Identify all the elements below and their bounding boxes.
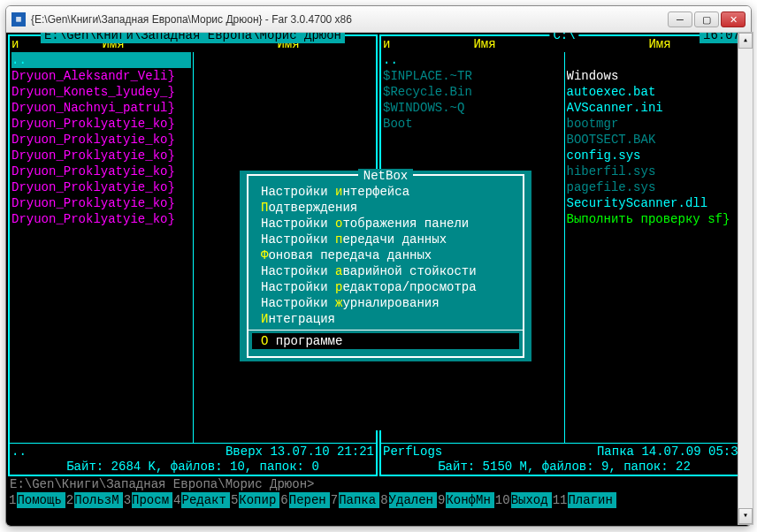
keybar-label: Редакт [181,492,229,508]
console-area: E:\Gen\Книги\Западная Европа\Морис Дрюон… [6,33,751,526]
keybar-label: Просм [132,492,172,508]
menu-item-about[interactable]: О программе [252,333,519,349]
file-row[interactable]: bootmgr [567,116,746,132]
keybar-num: 6 [279,492,288,508]
left-status: .. Вверх 13.07.10 21:21 [10,443,376,459]
file-row[interactable]: config.sys [567,148,746,163]
file-row[interactable] [383,132,562,148]
keybar-num: 3 [123,492,132,508]
col-header-name: Имя [397,36,572,51]
file-row[interactable]: Dryuon_Nachnyi_patrul} [11,100,191,116]
menu-item[interactable]: Настройки редактора/просмотра [249,279,523,295]
status-left: PerfLogs [383,444,442,459]
keybar-num: 10 [494,492,511,508]
file-row[interactable]: $WINDOWS.~Q [383,100,562,116]
file-column[interactable]: Windowsautoexec.batAVScanner.inibootmgrB… [564,52,748,443]
keybar-num: 1 [8,492,17,508]
keybar-item[interactable]: 1Помощь [8,492,65,508]
keybar[interactable]: 1Помощь2ПользМ3Просм 4Редакт5Копир 6Пере… [8,492,749,508]
window-buttons: ─ ▢ ✕ [668,11,746,27]
file-row[interactable]: $Recycle.Bin [383,84,562,100]
file-row[interactable]: Dryuon_Konets_lyudey_} [11,84,191,100]
menu-item[interactable]: Интеграция [249,311,523,327]
file-row[interactable]: BOOTSECT.BAK [567,132,746,148]
keybar-item[interactable]: 8Удален [379,492,437,508]
scrollbar[interactable]: ▴ ▾ [738,32,753,525]
file-row[interactable]: Dryuon_Proklyatyie_ko} [11,211,191,227]
file-row[interactable]: autoexec.bat [567,84,746,100]
file-row[interactable]: SecurityScanner.dll [567,195,746,211]
keybar-label: Плагин [568,492,616,508]
file-row[interactable]: pagefile.sys [567,179,746,195]
file-column[interactable]: ..Dryuon_Aleksandr_Veli}Dryuon_Konets_ly… [10,52,193,443]
status-right: Папка 14.07.09 05:37 [597,444,746,459]
left-footer: Байт: 2684 K, файлов: 10, папок: 0 [10,459,376,475]
menu-item[interactable]: Подтверждения [249,200,523,216]
app-icon: ▦ [11,12,26,27]
keybar-item[interactable]: 7Папка [330,492,379,508]
minimize-button[interactable]: ─ [668,11,692,27]
command-line[interactable]: E:\Gen\Книги\Западная Европа\Морис Дрюон… [8,476,749,492]
keybar-label: КонфМн [446,492,493,508]
titlebar[interactable]: ▦ {E:\Gen\Книги\Западная Европа\Морис Др… [6,6,751,33]
keybar-num: 5 [230,492,239,508]
window-title: {E:\Gen\Книги\Западная Европа\Морис Дрюо… [31,13,668,26]
file-row[interactable] [383,148,562,163]
maximize-button[interactable]: ▢ [694,11,719,27]
keybar-item[interactable]: 3Просм [123,492,172,508]
file-row[interactable]: Dryuon_Proklyatyie_ko} [11,163,191,179]
close-button[interactable]: ✕ [721,11,746,27]
file-row[interactable] [567,52,746,68]
keybar-label: Копир [239,492,279,508]
file-row[interactable]: .. [11,52,191,68]
col-header-n: и [381,36,397,51]
keybar-num: 11 [552,492,569,508]
file-row[interactable]: Dryuon_Proklyatyie_ko} [11,116,191,132]
file-row[interactable]: Windows [567,68,746,84]
scroll-up-button[interactable]: ▴ [738,33,753,49]
keybar-label: Помощь [17,492,65,508]
right-footer: Байт: 5150 M, файлов: 9, папок: 22 [381,459,747,475]
right-panel-path[interactable]: C:\ [549,33,578,43]
file-row[interactable]: Boot [383,116,562,132]
menu-item[interactable]: Настройки отображения панели [249,216,523,232]
file-row[interactable]: Dryuon_Proklyatyie_ko} [11,148,191,163]
keybar-label: Удален [389,492,437,508]
scroll-down-button[interactable]: ▾ [738,508,753,524]
file-row[interactable]: Выполнить проверку sf} [567,211,746,227]
menu-item[interactable]: Настройки интерфейса [249,184,523,200]
keybar-num: 4 [172,492,181,508]
right-status: PerfLogs Папка 14.07.09 05:37 [381,443,747,459]
keybar-item[interactable]: 10Выход [494,492,552,508]
keybar-label: Перен [289,492,330,508]
left-panel-path[interactable]: E:\Gen\Книги\Западная Европа\Морис Дрюон [41,33,345,43]
file-row[interactable]: .. [383,52,562,68]
menu-item[interactable]: Фоновая передача данных [249,247,523,263]
menu-item[interactable]: Настройки передачи данных [249,232,523,247]
keybar-num: 2 [65,492,74,508]
app-window: ▦ {E:\Gen\Книги\Западная Европа\Морис Др… [5,5,752,527]
keybar-item[interactable]: 6Перен [279,492,329,508]
file-row[interactable]: hiberfil.sys [567,163,746,179]
keybar-item[interactable]: 2ПользМ [65,492,123,508]
menu-item[interactable]: Настройки аварийной стойкости [249,263,523,279]
keybar-item[interactable]: 9КонфМн [437,492,494,508]
keybar-label: ПользМ [74,492,122,508]
file-row[interactable]: Dryuon_Proklyatyie_ko} [11,179,191,195]
menu-separator [249,330,523,331]
keybar-num: 7 [330,492,339,508]
netbox-dialog[interactable]: NetBox Настройки интерфейсаПодтверждения… [240,171,531,361]
file-row[interactable]: $INPLACE.~TR [383,68,562,84]
keybar-item[interactable]: 4Редакт [172,492,230,508]
menu-item[interactable]: Настройки журналирования [249,295,523,311]
status-left: .. [11,444,27,459]
keybar-item[interactable]: 11Плагин [552,492,616,508]
file-row[interactable]: Dryuon_Proklyatyie_ko} [11,132,191,148]
file-row[interactable]: Dryuon_Proklyatyie_ko} [11,195,191,211]
file-row[interactable]: AVScanner.ini [567,100,746,116]
keybar-num: 8 [379,492,388,508]
keybar-label: Выход [511,492,552,508]
keybar-item[interactable]: 5Копир [230,492,279,508]
file-row[interactable]: Dryuon_Aleksandr_Veli} [11,68,191,84]
status-right: Вверх 13.07.10 21:21 [226,444,374,459]
